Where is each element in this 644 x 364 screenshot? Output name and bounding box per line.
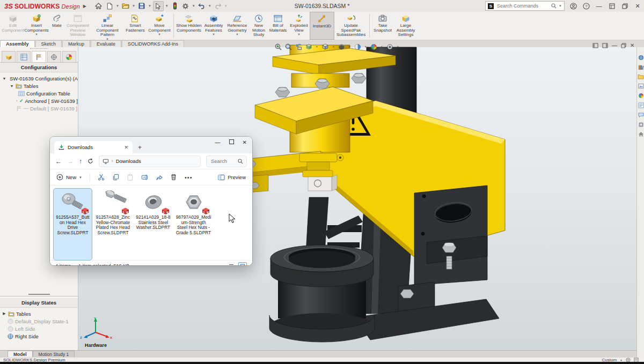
display-state-right-side[interactable]: Right Side <box>2 332 78 340</box>
tab-feature-manager[interactable] <box>2 51 16 62</box>
tab-sketch[interactable]: Sketch <box>35 40 62 47</box>
tab-markup[interactable]: Markup <box>62 40 90 47</box>
zoom-to-area-icon[interactable] <box>285 43 292 50</box>
display-state-left-side[interactable]: Left Side <box>2 325 78 332</box>
ribbon-edit-component[interactable]: Edit Component <box>2 12 24 40</box>
select-tool-icon[interactable] <box>153 1 164 11</box>
open-icon[interactable] <box>121 2 130 11</box>
ribbon-large-assembly-settings[interactable]: Large Assembly Settings <box>394 12 418 40</box>
tree-item-default-config[interactable]: — Default [ SW-01639 ] <box>2 105 78 112</box>
refresh-icon[interactable] <box>87 158 93 164</box>
previous-view-icon[interactable] <box>295 43 302 50</box>
redo-icon[interactable] <box>213 2 223 11</box>
address-bar[interactable]: › Downloads <box>99 155 201 167</box>
home-icon[interactable] <box>638 131 644 137</box>
collapsed-caret-icon[interactable]: ▶ <box>2 311 6 316</box>
back-icon[interactable]: ← <box>55 158 62 165</box>
rebuild-icon[interactable] <box>170 2 180 11</box>
file-item[interactable]: SW 98797A029_Medium-Strength Steel Hex N… <box>174 189 213 260</box>
explorer-tab-downloads[interactable]: Downloads ✕ <box>54 141 133 153</box>
ribbon-reference-geometry[interactable]: Reference Geometry▼ <box>225 12 250 40</box>
home-icon[interactable] <box>94 2 104 11</box>
tree-item-configuration-table[interactable]: Configuration Table <box>2 90 78 97</box>
forward-icon[interactable]: → <box>67 158 74 165</box>
doc-close-icon[interactable]: ✕ <box>630 42 634 48</box>
copy-icon[interactable] <box>112 174 119 181</box>
ribbon-take-snapshot[interactable]: Take Snapshot <box>371 12 394 40</box>
tree-item-configurations-root[interactable]: ▼ SW-01639 Configuration(s) (Anch <box>2 75 78 82</box>
maximize-icon[interactable] <box>608 2 616 10</box>
search-icon[interactable] <box>551 3 557 9</box>
ribbon-exploded-view[interactable]: Exploded View▼ <box>288 12 310 40</box>
new-button[interactable]: New ▼ <box>56 174 82 181</box>
file-item[interactable]: SW 91257A628_Zinc Yellow-Chromate Plated… <box>94 189 132 260</box>
explorer-search-input[interactable] <box>210 158 236 165</box>
custom-properties-icon[interactable] <box>638 102 644 108</box>
display-style-icon[interactable] <box>338 43 345 50</box>
ribbon-smart-fasteners[interactable]: Smart Fasteners <box>123 12 147 40</box>
menu-expand-icon[interactable]: ▶ <box>83 4 86 9</box>
undo-icon[interactable] <box>197 2 207 11</box>
search-commands[interactable]: S ▼ <box>485 1 565 11</box>
zoom-to-fit-icon[interactable] <box>275 43 282 50</box>
breadcrumb-location[interactable]: Downloads <box>116 158 141 164</box>
tab-evaluate[interactable]: Evaluate <box>91 40 121 47</box>
view-palette-icon[interactable] <box>638 83 644 89</box>
more-options-icon[interactable]: ••• <box>185 174 193 181</box>
explorer-close-icon[interactable]: ✕ <box>243 139 247 145</box>
file-explorer-icon[interactable] <box>638 74 644 79</box>
cut-icon[interactable] <box>98 174 105 181</box>
tab-display-manager[interactable] <box>62 51 76 62</box>
up-icon[interactable]: ↑ <box>79 158 82 165</box>
design-library-icon[interactable] <box>638 64 644 70</box>
tree-item-anchored-config[interactable]: ✓ Anchored [ SW-01639 ] <box>2 97 78 105</box>
tab-close-icon[interactable]: ✕ <box>124 145 128 150</box>
display-states-splitter[interactable] <box>28 294 50 295</box>
edit-appearance-icon[interactable] <box>370 43 377 50</box>
display-state-default[interactable]: Default_Display State-1 <box>2 317 78 325</box>
tab-property-manager[interactable] <box>17 51 31 62</box>
units-caret-icon[interactable]: ▼ <box>620 359 623 362</box>
explorer-search-box[interactable] <box>206 155 247 167</box>
options-icon[interactable] <box>181 2 191 11</box>
doc-minimize-icon[interactable]: — <box>612 42 617 48</box>
expand-caret-icon[interactable]: ▼ <box>10 84 14 88</box>
ribbon-show-hidden-components[interactable]: Show Hidden Components <box>175 12 202 40</box>
panel-grip[interactable] <box>30 48 48 50</box>
large-icons-view-icon[interactable] <box>238 262 247 266</box>
details-view-icon[interactable] <box>228 263 235 266</box>
ribbon-insert-components[interactable]: Insert Components▼ <box>24 12 49 40</box>
save-icon[interactable] <box>137 2 147 11</box>
ribbon-component-preview-window[interactable]: Component Preview Window <box>64 12 91 40</box>
delete-icon[interactable] <box>170 174 177 181</box>
expand-caret-icon[interactable]: ▼ <box>2 77 6 80</box>
help-icon[interactable]: ? <box>582 2 590 10</box>
explorer-minimize-icon[interactable]: — <box>215 139 221 145</box>
ribbon-new-motion-study[interactable]: New Motion Study <box>250 12 268 40</box>
tab-solidworks-add-ins[interactable]: SOLIDWORKS Add-Ins <box>122 40 184 47</box>
rename-icon[interactable]: A <box>141 174 148 181</box>
tab-dimxpert-manager[interactable] <box>47 51 61 62</box>
view-orientation-icon[interactable] <box>321 43 329 50</box>
new-tab-icon[interactable]: + <box>138 144 142 153</box>
ribbon-instant3d[interactable]: Instant3D <box>310 12 334 40</box>
ribbon-update-speedpak[interactable]: Update SpeedPak Subassemblies <box>334 12 368 40</box>
tab-configuration-manager[interactable] <box>32 51 46 62</box>
search-caret-icon[interactable]: ▼ <box>559 4 562 8</box>
close-icon[interactable]: ✕ <box>633 2 642 10</box>
solidworks-resources-icon[interactable] <box>638 55 644 61</box>
display-state-tables[interactable]: ▶ Tables <box>2 310 78 317</box>
solidworks-forum-icon[interactable] <box>638 112 644 118</box>
restore-icon[interactable] <box>620 2 629 10</box>
tree-item-tables[interactable]: ▼ Tables <box>2 82 78 90</box>
view-settings-icon[interactable] <box>386 43 393 50</box>
window-previous-icon[interactable] <box>592 43 598 48</box>
account-icon[interactable] <box>569 2 577 10</box>
file-item[interactable]: SW 92141A029_18-8 Stainless Steel Washer… <box>134 189 172 260</box>
solidworks-add-ins-icon[interactable] <box>638 122 644 128</box>
tab-assembly[interactable]: Assembly <box>0 40 35 47</box>
ribbon-move-component[interactable]: Move Component▼ <box>147 12 172 40</box>
window-next-icon[interactable] <box>602 43 608 48</box>
doc-restore-icon[interactable] <box>621 43 626 48</box>
appearances-scenes-icon[interactable] <box>638 93 644 99</box>
